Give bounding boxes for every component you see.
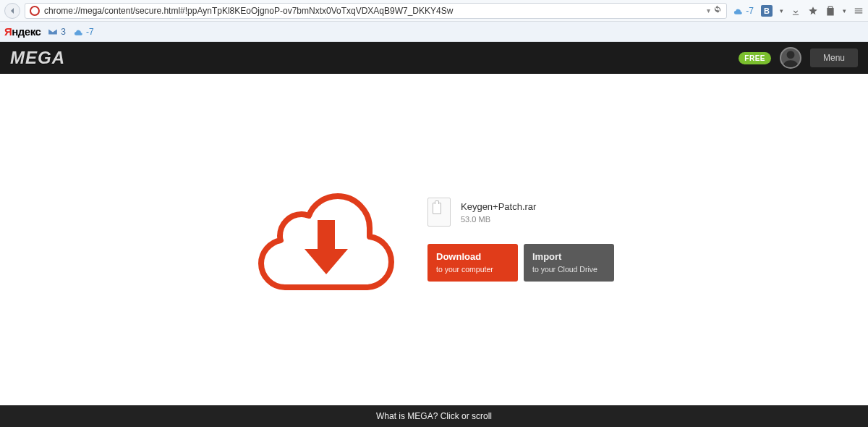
hamburger-menu-icon[interactable] — [854, 6, 864, 16]
import-button-sub: to your Cloud Drive — [532, 265, 605, 274]
weather-temp-2: -7 — [86, 27, 94, 37]
mail-count: 3 — [61, 27, 66, 37]
svg-rect-1 — [318, 220, 335, 249]
nav-back-button[interactable] — [4, 3, 20, 19]
footer-text: What is MEGA? Click or scroll — [376, 411, 492, 421]
refresh-icon[interactable] — [713, 5, 722, 16]
mega-header: MEGA FREE Menu — [0, 42, 868, 74]
file-name: Keygen+Patch.rar — [461, 201, 536, 212]
weather-chip[interactable]: -7 — [733, 6, 754, 16]
import-button-title: Import — [532, 251, 605, 263]
browser-chrome: ▾ -7 B ▾ ▾ — [0, 0, 868, 22]
dropdown-marker-icon[interactable]: ▾ — [707, 7, 710, 14]
clipboard-icon[interactable] — [825, 6, 835, 16]
file-row: Keygen+Patch.rar 53.0 MB — [427, 198, 614, 227]
avatar[interactable] — [780, 47, 801, 69]
cloud-icon — [73, 28, 83, 35]
vk-badge[interactable]: B — [761, 5, 773, 17]
archive-file-icon — [427, 198, 451, 227]
footer-bar[interactable]: What is MEGA? Click or scroll — [0, 405, 868, 427]
mega-logo[interactable]: MEGA — [10, 48, 65, 68]
main-content: Keygen+Patch.rar 53.0 MB Download to you… — [0, 74, 868, 405]
import-button[interactable]: Import to your Cloud Drive — [524, 244, 614, 281]
menu-button[interactable]: Menu — [810, 48, 858, 67]
weather-temp: -7 — [746, 6, 754, 16]
bookmark-star-icon[interactable] — [808, 6, 818, 16]
url-bar[interactable]: ▾ — [25, 3, 727, 19]
free-badge[interactable]: FREE — [739, 52, 771, 64]
downloads-icon[interactable] — [791, 6, 801, 16]
browser-toolbar-secondary: Яндекс 3 -7 — [0, 22, 868, 42]
arrow-left-icon — [9, 7, 16, 14]
button-row: Download to your computer Import to your… — [427, 244, 614, 281]
download-button[interactable]: Download to your computer — [427, 244, 518, 281]
cloud-icon — [733, 7, 743, 14]
download-button-sub: to your computer — [436, 265, 509, 274]
mail-chip[interactable]: 3 — [48, 27, 66, 37]
clipboard-dropdown-icon[interactable]: ▾ — [843, 7, 846, 14]
svg-point-0 — [787, 51, 795, 59]
weather-chip-2[interactable]: -7 — [73, 27, 94, 37]
url-input[interactable] — [44, 6, 702, 16]
yandex-logo[interactable]: Яндекс — [4, 25, 41, 38]
file-info: Keygen+Patch.rar 53.0 MB Download to you… — [427, 198, 614, 281]
mail-icon — [48, 28, 58, 35]
download-block: Keygen+Patch.rar 53.0 MB Download to you… — [254, 180, 614, 299]
file-size: 53.0 MB — [461, 215, 536, 224]
vk-dropdown-icon[interactable]: ▾ — [780, 7, 783, 14]
download-button-title: Download — [436, 251, 509, 263]
cloud-download-icon — [254, 180, 399, 299]
user-icon — [781, 48, 800, 67]
mega-favicon-icon — [30, 6, 40, 16]
